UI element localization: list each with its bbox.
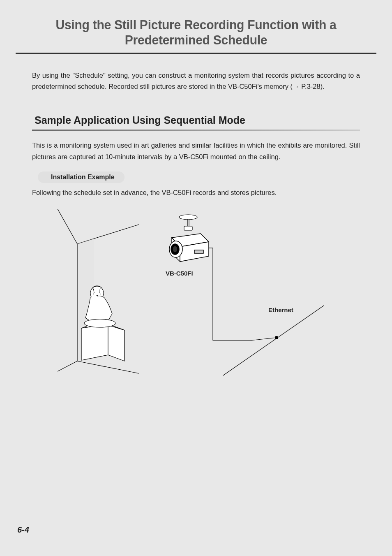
title-underline bbox=[16, 53, 376, 54]
svg-line-5 bbox=[77, 361, 139, 373]
svg-point-20 bbox=[173, 246, 178, 253]
page-number: 6-4 bbox=[17, 525, 29, 535]
install-paragraph: Following the schedule set in advance, t… bbox=[32, 189, 360, 197]
svg-point-11 bbox=[179, 215, 197, 220]
section-underline bbox=[32, 130, 360, 131]
svg-rect-14 bbox=[184, 226, 192, 230]
svg-line-0 bbox=[58, 209, 77, 244]
intro-paragraph: By using the "Schedule" setting, you can… bbox=[32, 70, 360, 92]
camera-label: VB-C50Fi bbox=[166, 270, 193, 277]
diagram-area: VB-C50Fi Ethernet bbox=[32, 209, 360, 390]
svg-line-4 bbox=[58, 361, 77, 371]
section-heading: Sample Application Using Sequential Mode bbox=[35, 114, 360, 126]
ethernet-label: Ethernet bbox=[268, 306, 293, 313]
installation-badge: Installation Example bbox=[38, 171, 125, 183]
section-paragraph: This is a monitoring system used in art … bbox=[32, 140, 360, 162]
svg-point-10 bbox=[84, 319, 115, 327]
svg-line-27 bbox=[250, 338, 277, 341]
page-title: Using the Still Picture Recording Functi… bbox=[12, 0, 380, 48]
svg-rect-21 bbox=[194, 250, 203, 253]
installation-diagram bbox=[32, 209, 361, 390]
svg-marker-6 bbox=[81, 324, 108, 360]
